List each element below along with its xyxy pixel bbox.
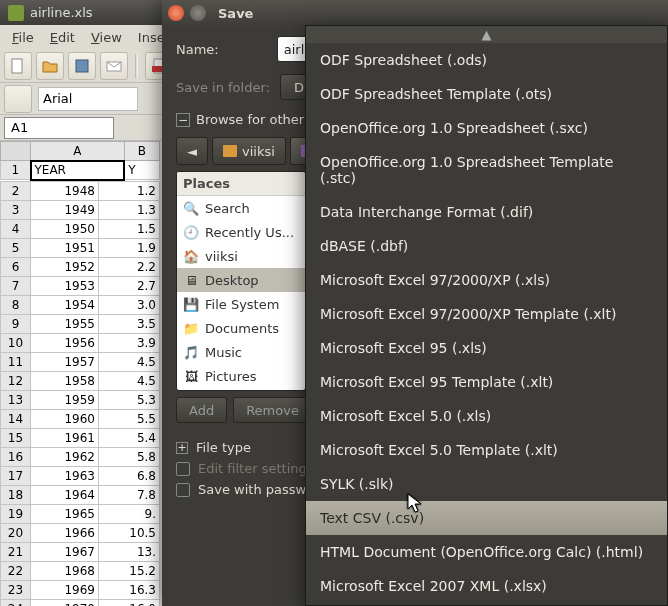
- cell[interactable]: 5.3: [98, 390, 159, 409]
- cell[interactable]: 1957: [31, 352, 99, 371]
- places-item[interactable]: 🏠viiksi: [177, 244, 305, 268]
- cell[interactable]: 1954: [31, 295, 99, 314]
- cell[interactable]: 1960: [31, 409, 99, 428]
- cell[interactable]: 1965: [31, 504, 99, 523]
- filetype-item[interactable]: OpenOffice.org 1.0 Spreadsheet (.sxc): [306, 111, 667, 145]
- cell[interactable]: 1963: [31, 466, 99, 485]
- cell[interactable]: 3.0: [98, 295, 159, 314]
- cell[interactable]: 4.5: [98, 371, 159, 390]
- filetype-item[interactable]: Microsoft Excel 5.0 Template (.xlt): [306, 433, 667, 467]
- cell-B1[interactable]: Y: [124, 161, 159, 180]
- cell[interactable]: 1951: [31, 238, 99, 257]
- cell[interactable]: 7.8: [98, 485, 159, 504]
- filetype-item[interactable]: Microsoft Excel 2007 XML (.xlsx): [306, 569, 667, 603]
- spreadsheet-grid[interactable]: AB 1YEARY 219481.2319491.3419501.5519511…: [0, 141, 160, 606]
- mail-button[interactable]: [100, 52, 128, 80]
- col-A[interactable]: A: [31, 142, 125, 161]
- menu-file[interactable]: File: [4, 27, 42, 48]
- path-user-button[interactable]: viiksi: [212, 137, 286, 165]
- cell[interactable]: 1.9: [98, 238, 159, 257]
- cell[interactable]: 1.5: [98, 219, 159, 238]
- filetype-item[interactable]: SYLK (.slk): [306, 467, 667, 501]
- cell[interactable]: 1969: [31, 580, 99, 599]
- browse-label[interactable]: Browse for other f: [196, 112, 313, 127]
- cell[interactable]: 1956: [31, 333, 99, 352]
- filetype-item[interactable]: OpenOffice.org 1.0 Spreadsheet Template …: [306, 145, 667, 195]
- cell[interactable]: 1.3: [98, 200, 159, 219]
- cell[interactable]: 1950: [31, 219, 99, 238]
- cell[interactable]: 5.5: [98, 409, 159, 428]
- font-name-input[interactable]: [38, 87, 138, 111]
- filetype-item[interactable]: Text CSV (.csv): [306, 501, 667, 535]
- open-button[interactable]: [36, 52, 64, 80]
- save-button[interactable]: [68, 52, 96, 80]
- menu-view[interactable]: View: [83, 27, 130, 48]
- cell[interactable]: 16.0: [98, 599, 159, 606]
- places-item[interactable]: 🖥Desktop: [177, 268, 305, 292]
- cell[interactable]: 15.2: [98, 561, 159, 580]
- expand-icon[interactable]: +: [176, 442, 188, 454]
- places-item[interactable]: 🎬Videos: [177, 388, 305, 391]
- places-item[interactable]: 🎵Music: [177, 340, 305, 364]
- filetype-item[interactable]: Microsoft Excel 5.0 (.xls): [306, 399, 667, 433]
- add-button[interactable]: Add: [176, 397, 227, 423]
- cell[interactable]: 5.4: [98, 428, 159, 447]
- cell[interactable]: 1964: [31, 485, 99, 504]
- filetype-item[interactable]: HTML Document (OpenOffice.org Calc) (.ht…: [306, 535, 667, 569]
- collapse-icon[interactable]: −: [176, 113, 190, 127]
- cell[interactable]: 1955: [31, 314, 99, 333]
- cell[interactable]: 9.: [98, 504, 159, 523]
- minimize-icon[interactable]: [190, 5, 206, 21]
- dialog-titlebar[interactable]: Save: [162, 0, 668, 26]
- cell[interactable]: 3.9: [98, 333, 159, 352]
- places-item[interactable]: 🔍Search: [177, 196, 305, 220]
- new-doc-button[interactable]: [4, 52, 32, 80]
- cell[interactable]: 1.2: [98, 181, 159, 200]
- cell[interactable]: 1952: [31, 257, 99, 276]
- cell[interactable]: 1953: [31, 276, 99, 295]
- path-back-button[interactable]: ◄: [176, 137, 208, 165]
- checkbox-icon[interactable]: [176, 483, 190, 497]
- close-icon[interactable]: [168, 5, 184, 21]
- scroll-up-icon[interactable]: ▲: [306, 26, 667, 43]
- cell[interactable]: 10.5: [98, 523, 159, 542]
- cell[interactable]: 1949: [31, 200, 99, 219]
- cell[interactable]: 13.: [98, 542, 159, 561]
- cell[interactable]: 1970: [31, 599, 99, 606]
- places-item[interactable]: 🖼Pictures: [177, 364, 305, 388]
- cell[interactable]: 1959: [31, 390, 99, 409]
- cell[interactable]: 2.7: [98, 276, 159, 295]
- filetype-menu[interactable]: ▲ ODF Spreadsheet (.ods)ODF Spreadsheet …: [305, 25, 668, 606]
- cell[interactable]: 1966: [31, 523, 99, 542]
- filetype-item[interactable]: Data Interchange Format (.dif): [306, 195, 667, 229]
- cell[interactable]: 1968: [31, 561, 99, 580]
- style-button[interactable]: [4, 85, 32, 113]
- filetype-item[interactable]: dBASE (.dbf): [306, 229, 667, 263]
- cell[interactable]: 3.5: [98, 314, 159, 333]
- col-B[interactable]: B: [124, 142, 159, 161]
- cell[interactable]: 1967: [31, 542, 99, 561]
- filetype-item[interactable]: ODF Spreadsheet Template (.ots): [306, 77, 667, 111]
- cell[interactable]: 1961: [31, 428, 99, 447]
- cell[interactable]: 1948: [31, 181, 99, 200]
- filetype-item[interactable]: Microsoft Excel 95 (.xls): [306, 331, 667, 365]
- cell[interactable]: 1962: [31, 447, 99, 466]
- places-item[interactable]: 💾File System: [177, 292, 305, 316]
- cell[interactable]: 6.8: [98, 466, 159, 485]
- cell-ref-input[interactable]: [4, 117, 114, 139]
- cell[interactable]: 5.8: [98, 447, 159, 466]
- filetype-item[interactable]: Microsoft Excel 97/2000/XP Template (.xl…: [306, 297, 667, 331]
- filetype-item[interactable]: ODF Spreadsheet (.ods): [306, 43, 667, 77]
- cell[interactable]: 2.2: [98, 257, 159, 276]
- remove-button[interactable]: Remove: [233, 397, 312, 423]
- places-item[interactable]: 🕘Recently Us...: [177, 220, 305, 244]
- menu-edit[interactable]: Edit: [42, 27, 83, 48]
- cell[interactable]: 1958: [31, 371, 99, 390]
- cell-A1[interactable]: YEAR: [31, 161, 125, 180]
- cell[interactable]: 4.5: [98, 352, 159, 371]
- places-item[interactable]: 📁Documents: [177, 316, 305, 340]
- filetype-item[interactable]: Microsoft Excel 97/2000/XP (.xls): [306, 263, 667, 297]
- filetype-item[interactable]: Microsoft Excel 95 Template (.xlt): [306, 365, 667, 399]
- file-type-label[interactable]: File type: [196, 440, 251, 455]
- cell[interactable]: 16.3: [98, 580, 159, 599]
